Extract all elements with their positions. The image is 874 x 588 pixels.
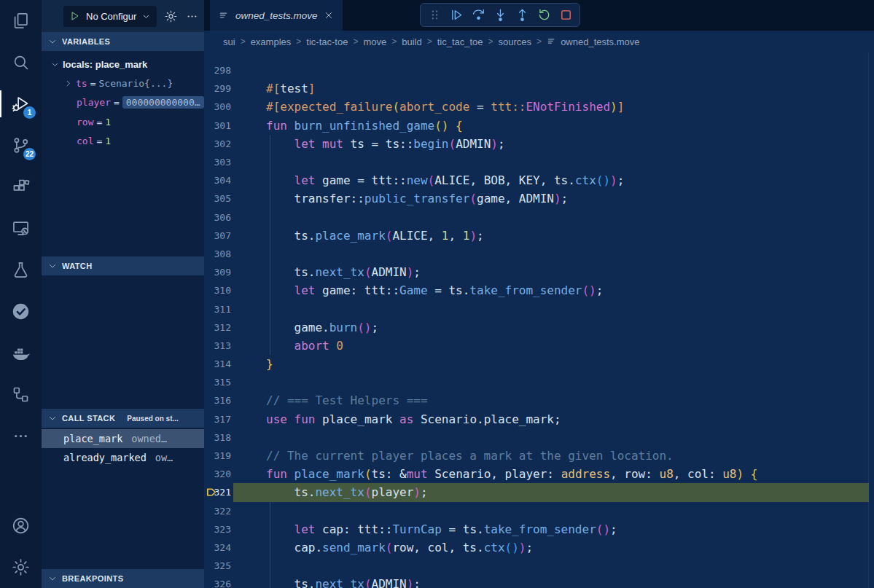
- code-line-text: cap.send_mark(row, col, ts.ctx());: [233, 538, 869, 557]
- activity-bar-item-remote-explorer[interactable]: [0, 208, 42, 249]
- code-line-text: // === Test Helpers ===: [233, 391, 869, 409]
- activity-bar-item-explorer[interactable]: [0, 0, 42, 42]
- line-number[interactable]: 313: [204, 340, 233, 351]
- breadcrumb-item[interactable]: sources: [499, 36, 532, 47]
- line-number[interactable]: 309: [204, 267, 233, 278]
- line-number[interactable]: 319: [204, 450, 233, 461]
- frame-source: ow…: [155, 452, 173, 463]
- activity-bar-item-more[interactable]: [0, 415, 42, 457]
- breadcrumb-item[interactable]: build: [402, 36, 421, 47]
- debug-step-out-button[interactable]: [512, 6, 531, 25]
- line-number[interactable]: 301: [204, 120, 233, 131]
- line-number[interactable]: 304: [204, 175, 233, 186]
- breadcrumb-item[interactable]: tic-tac-toe: [306, 36, 348, 47]
- variables-section-header[interactable]: VARIABLES: [42, 32, 204, 51]
- line-number[interactable]: 300: [204, 101, 233, 112]
- debug-restart-button[interactable]: [534, 6, 553, 25]
- toolbar-drag-grip[interactable]: [425, 6, 444, 25]
- line-number[interactable]: 314: [204, 358, 233, 369]
- line-number[interactable]: 307: [204, 230, 233, 241]
- line-number[interactable]: 305: [204, 193, 233, 204]
- breadcrumb-item[interactable]: move: [363, 36, 386, 47]
- run-configuration-dropdown[interactable]: No Configur: [63, 6, 157, 27]
- breadcrumb-item[interactable]: sui: [223, 36, 235, 47]
- call-stack-section-header[interactable]: CALL STACK Paused on st...: [42, 409, 204, 428]
- line-number[interactable]: 315: [204, 377, 233, 388]
- activity-bar-item-hierarchy[interactable]: [0, 374, 42, 415]
- debug-settings-gear-button[interactable]: [164, 9, 178, 23]
- line-number[interactable]: 324: [204, 542, 233, 553]
- activity-bar-item-docker[interactable]: [0, 332, 42, 374]
- callstack-frame[interactable]: place_markowned…: [42, 429, 204, 448]
- call-stack-section-title: CALL STACK: [62, 414, 115, 423]
- gutter: 307: [204, 227, 233, 245]
- debug-step-into-button[interactable]: [491, 6, 510, 25]
- testing-icon: [11, 260, 31, 280]
- callstack-frame[interactable]: already_markedow…: [42, 448, 204, 467]
- line-number[interactable]: 308: [204, 248, 233, 259]
- tab-owned-tests-move[interactable]: owned_tests.move: [210, 0, 343, 31]
- activity-bar-item-search[interactable]: [0, 42, 42, 83]
- debug-stop-button[interactable]: [556, 6, 575, 25]
- line-number[interactable]: 317: [204, 414, 233, 425]
- line-number[interactable]: 303: [204, 157, 233, 168]
- chevron-down-icon: [50, 60, 60, 69]
- breadcrumb-separator: >: [241, 36, 246, 47]
- line-number[interactable]: 312: [204, 322, 233, 333]
- debug-continue-button[interactable]: [447, 6, 466, 25]
- variables-scope-row[interactable]: locals: place_mark: [42, 55, 204, 74]
- breakpoints-section-header[interactable]: BREAKPOINTS: [42, 569, 204, 588]
- activity-bar-item-run-debug[interactable]: 1: [0, 83, 42, 125]
- code-line-text: fun burn_unfinished_game() {: [233, 117, 869, 135]
- variable-ts[interactable]: ts=Scenario{...}: [42, 74, 204, 93]
- code-line-text: }: [233, 355, 869, 373]
- line-number[interactable]: 311: [204, 304, 233, 315]
- gutter: 304: [204, 171, 233, 189]
- watch-section-header[interactable]: WATCH: [42, 256, 204, 275]
- variable-name: player: [77, 97, 111, 108]
- code-line: 300#[expected_failure(abort_code = ttt::…: [204, 98, 874, 116]
- line-number[interactable]: 302: [204, 138, 233, 149]
- variable-col[interactable]: col=1: [42, 131, 204, 150]
- close-icon: [324, 10, 334, 20]
- code-line-text: [233, 373, 869, 391]
- line-number[interactable]: 323: [204, 524, 233, 535]
- line-number[interactable]: 306: [204, 212, 233, 223]
- line-number[interactable]: 298: [204, 65, 233, 76]
- code-editor[interactable]: 298299#[test]300#[expected_failure(abort…: [204, 52, 874, 588]
- line-number[interactable]: 325: [204, 560, 233, 571]
- activity-bar-item-account[interactable]: [0, 505, 42, 546]
- line-number[interactable]: 320: [204, 469, 233, 479]
- docker-icon: [11, 343, 31, 363]
- variable-player[interactable]: player=000000000000…: [42, 93, 204, 112]
- variable-value: 000000000000…: [122, 96, 204, 109]
- gutter: 308: [204, 245, 233, 263]
- code-line-text: [233, 557, 869, 575]
- line-number[interactable]: 318: [204, 432, 233, 443]
- breadcrumb-file[interactable]: owned_tests.move: [547, 36, 639, 47]
- code-line-text: ts.place_mark(ALICE, 1, 1);: [233, 227, 869, 245]
- line-number[interactable]: 326: [204, 579, 233, 588]
- breadcrumb-separator: >: [537, 36, 542, 47]
- breadcrumb-item[interactable]: tic_tac_toe: [437, 36, 483, 47]
- debug-sidebar: No Configur VARIABLES locals: place_mark…: [42, 0, 204, 588]
- activity-bar-item-testing[interactable]: [0, 249, 42, 291]
- line-number[interactable]: 316: [204, 395, 233, 406]
- remote-explorer-icon: [11, 219, 31, 238]
- line-number[interactable]: 322: [204, 506, 233, 517]
- variable-row[interactable]: row=1: [42, 112, 204, 131]
- breadcrumb-separator: >: [296, 36, 301, 47]
- activity-bar-item-checks[interactable]: [0, 291, 42, 332]
- activity-bar-item-source-control[interactable]: 22: [0, 125, 42, 166]
- debug-more-actions-button[interactable]: [185, 9, 199, 23]
- activity-bar-item-extensions[interactable]: [0, 166, 42, 208]
- debug-step-over-button[interactable]: [469, 6, 488, 25]
- code-line-text: let game = ttt::new(ALICE, BOB, KEY, ts.…: [233, 171, 869, 189]
- line-number[interactable]: 310: [204, 285, 233, 296]
- tab-title: owned_tests.move: [235, 10, 318, 21]
- tab-close-icon[interactable]: [324, 10, 334, 20]
- gutter: 317: [204, 410, 233, 428]
- line-number[interactable]: 299: [204, 83, 233, 94]
- breadcrumb-item[interactable]: examples: [251, 36, 292, 47]
- activity-bar-item-settings[interactable]: [0, 546, 42, 588]
